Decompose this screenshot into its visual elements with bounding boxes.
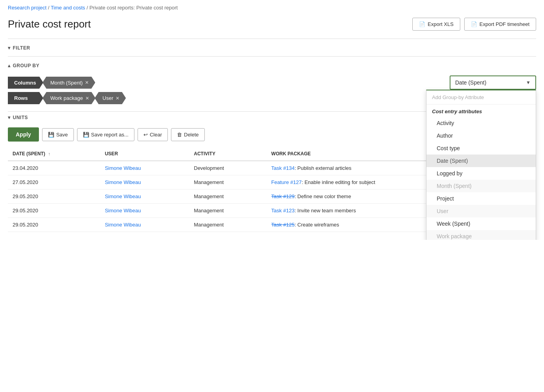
user-link[interactable]: Simone Wibeau [105,222,141,228]
group-by-section-header[interactable]: ▴ GROUP BY [8,58,536,72]
cost-entry-section-title: Cost entry attributes [426,105,536,117]
cell-activity: Management [189,204,266,218]
export-pdf-icon: 📄 [471,21,477,27]
add-attr-placeholder[interactable]: Add Group-by Attribute [426,90,536,105]
columns-tag-month-close[interactable]: ✕ [85,80,89,85]
menu-item-user: User [426,205,536,217]
rows-tag-user-close[interactable]: ✕ [116,96,119,101]
page-header: Private cost report 📄 Export XLS 📄 Expor… [8,14,536,37]
breadcrumb-project[interactable]: Research project [8,5,46,11]
rows-tag-work-package[interactable]: Work package ✕ [42,92,96,104]
cell-user: Simone Wibeau [100,204,189,218]
cell-date: 29.05.2020 [8,204,100,218]
cell-user: Simone Wibeau [100,190,189,204]
menu-item-work-package: Work package [426,230,536,240]
work-package-link[interactable]: Feature #127 [271,179,301,185]
rows-tag-user[interactable]: User ✕ [95,92,126,104]
group-by-chevron-icon: ▴ [8,63,11,68]
delete-icon: 🗑 [177,132,182,138]
dropdown-select[interactable]: Date (Spent) ▼ [450,75,536,90]
user-link[interactable]: Simone Wibeau [105,208,141,213]
columns-tag-month[interactable]: Month (Spent) ✕ [42,77,95,89]
menu-item-author[interactable]: Author [426,129,536,142]
rows-tag-user-text: User [103,95,113,101]
menu-item-cost-type[interactable]: Cost type [426,142,536,155]
export-xls-icon: 📄 [419,21,425,27]
rows-tag-work-package-close[interactable]: ✕ [85,96,89,101]
columns-row: Columns Month (Spent) ✕ Date (Spent) ▼ A… [8,75,536,90]
breadcrumb-current: Private cost reports: Private cost repor… [89,5,178,11]
dropdown-menu: Add Group-by Attribute Cost entry attrib… [426,90,536,240]
user-link[interactable]: Simone Wibeau [105,193,141,199]
apply-button[interactable]: Apply [8,127,39,142]
cell-date: 29.05.2020 [8,218,100,232]
cell-activity: Management [189,190,266,204]
cell-user: Simone Wibeau [100,175,189,190]
cell-user: Simone Wibeau [100,161,189,175]
menu-item-logged-by[interactable]: Logged by [426,167,536,180]
col-header-user[interactable]: USER [100,147,189,161]
clear-icon: ↩ [143,132,148,138]
work-package-link[interactable]: Task #123 [271,208,294,213]
save-button[interactable]: 💾 Save [42,128,74,141]
save-as-icon: 💾 [83,132,89,138]
menu-item-project[interactable]: Project [426,192,536,205]
save-as-button[interactable]: 💾 Save report as... [77,128,134,141]
menu-item-activity[interactable]: Activity [426,117,536,129]
work-package-link[interactable]: Task #129 [271,193,294,199]
dropdown-selected-value: Date (Spent) [455,79,486,86]
cell-activity: Development [189,161,266,175]
breadcrumb: Research project / Time and costs / Priv… [8,0,536,14]
filter-chevron-icon: ▾ [8,45,11,51]
header-buttons: 📄 Export XLS 📄 Export PDF timesheet [412,18,536,31]
work-package-link[interactable]: Task #134 [271,165,294,171]
units-chevron-icon: ▾ [8,115,11,120]
cell-date: 27.05.2020 [8,175,100,190]
rows-label: Rows [8,92,43,104]
menu-item-date-spent[interactable]: Date (Spent) [426,155,536,167]
units-label: UNITS [13,115,28,120]
col-header-activity[interactable]: ACTIVITY [189,147,266,161]
user-link[interactable]: Simone Wibeau [105,165,141,171]
menu-item-month-spent: Month (Spent) [426,180,536,192]
cell-date: 29.05.2020 [8,190,100,204]
work-package-link[interactable]: Task #125 [271,222,294,228]
columns-tag-month-text: Month (Spent) [50,80,83,86]
group-by-label: GROUP BY [13,63,40,68]
cell-date: 23.04.2020 [8,161,100,175]
cell-activity: Management [189,175,266,190]
group-by-section: Columns Month (Spent) ✕ Date (Spent) ▼ A… [8,72,536,110]
sort-arrow-icon: ↑ [48,151,50,156]
dropdown-arrow-icon: ▼ [526,80,531,85]
save-icon: 💾 [48,132,54,138]
cell-user: Simone Wibeau [100,218,189,232]
export-pdf-button[interactable]: 📄 Export PDF timesheet [464,18,536,31]
filter-section-header[interactable]: ▾ FILTER [8,40,536,55]
delete-button[interactable]: 🗑 Delete [171,128,205,141]
menu-item-week-spent[interactable]: Week (Spent) [426,217,536,230]
col-header-date[interactable]: DATE (SPENT) ↑ [8,147,100,161]
cell-activity: Management [189,218,266,232]
rows-tag-work-package-text: Work package [50,95,83,101]
user-link[interactable]: Simone Wibeau [105,179,141,185]
dropdown-trigger-area: Date (Spent) ▼ Add Group-by Attribute Co… [101,75,536,90]
page-title: Private cost report [8,18,91,30]
columns-label: Columns [8,77,43,89]
clear-button[interactable]: ↩ Clear [138,128,168,141]
breadcrumb-section[interactable]: Time and costs [51,5,85,11]
export-xls-button[interactable]: 📄 Export XLS [412,18,460,31]
filter-label: FILTER [13,45,30,51]
